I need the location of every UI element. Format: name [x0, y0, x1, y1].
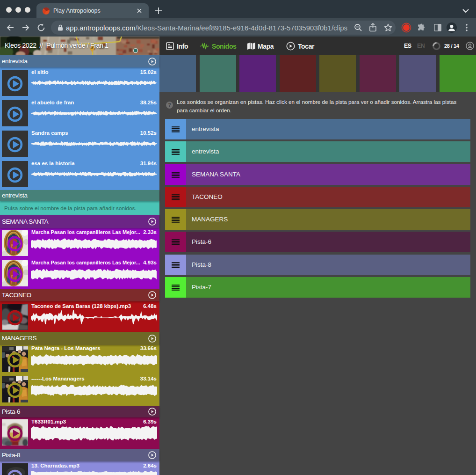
svg-text:?: ?: [168, 102, 171, 108]
